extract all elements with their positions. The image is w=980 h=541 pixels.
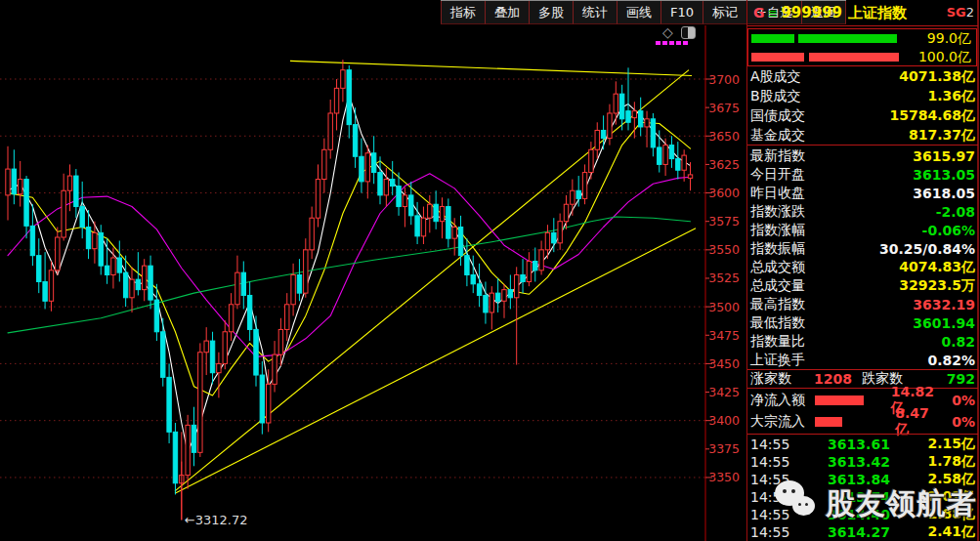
quote-row: 昨日收盘3618.05: [747, 184, 978, 202]
quote-row-label: 指数涨幅: [750, 222, 805, 239]
money-flow-section: 净流入额14.82亿0%大宗流入8.47亿0%: [747, 390, 978, 433]
y-axis-label: 3550: [708, 242, 740, 257]
y-axis-label: 3375: [708, 441, 740, 456]
turnover-row: B股成交1.36亿: [747, 87, 978, 106]
tick-row[interactable]: 14:553614.401.88亿: [747, 506, 978, 523]
turnover-row-value: 4071.38亿: [899, 68, 975, 86]
quote-row-label: 总成交量: [750, 277, 805, 295]
toolbar-button-标记[interactable]: 标记: [703, 1, 746, 24]
kline-chart[interactable]: 3700367536503625360035753550352535003475…: [0, 24, 746, 541]
toolbar-button-叠加[interactable]: 叠加: [485, 1, 529, 24]
tick-row[interactable]: 14:553614.272.41亿: [747, 523, 978, 541]
turnover-row-label: 国债成交: [750, 107, 805, 125]
y-axis-label: 3475: [708, 328, 740, 343]
quote-row-value: 3632.19: [913, 297, 975, 312]
quote-row: 指数涨幅-0.06%: [747, 221, 978, 239]
tick-amount: 1.78亿: [911, 453, 975, 471]
turnover-row-label: B股成交: [750, 88, 801, 105]
quote-row-value: 0.82: [941, 334, 975, 350]
kline-canvas[interactable]: 3700367536503625360035753550352535003475…: [0, 24, 746, 541]
tick-row[interactable]: 14:553613.421.78亿: [747, 453, 978, 471]
quote-row-label: 指数涨跌: [750, 203, 805, 221]
buy-volume-bar: 99.0亿: [748, 29, 976, 48]
tick-price: 3614.40: [807, 507, 911, 522]
toolbar-button-画线[interactable]: 画线: [617, 1, 660, 24]
tick-time: 14:55: [750, 472, 807, 487]
tick-price: 3613.84: [807, 472, 911, 487]
quote-row: 总成交额4074.83亿: [747, 258, 978, 276]
tick-price: 3613.61: [807, 437, 911, 452]
tick-price: 3613.42: [807, 454, 911, 470]
toolbar-button-指标[interactable]: 指标: [441, 1, 485, 24]
tick-amount: 1.88亿: [911, 506, 975, 523]
quote-row-label: 最新指数: [750, 147, 805, 165]
quote-panel: 99.0亿 100.0亿 A股成交4071.38亿B股成交1.36亿国债成交15…: [747, 0, 978, 541]
tick-row[interactable]: 14:553613.612.15亿: [747, 436, 978, 453]
quote-row-value: 32923.5万: [899, 277, 975, 295]
y-axis-label: 3425: [708, 385, 740, 399]
tick-row[interactable]: 14:553613.742.02亿: [747, 488, 978, 506]
quote-row-value: 4074.83亿: [899, 259, 975, 276]
toolbar-button-统计[interactable]: 统计: [573, 1, 617, 24]
breadth-section: 涨家数 1208 跌家数 792: [747, 370, 978, 388]
turnover-row-value: 817.37亿: [909, 127, 975, 145]
turnover-row-label: A股成交: [750, 68, 801, 86]
diamond-marker-icon[interactable]: ◇: [662, 24, 673, 40]
split-view-icon[interactable]: [681, 26, 696, 39]
flow-row: 大宗流入8.47亿0%: [747, 411, 978, 433]
time-sales-section: 14:553613.612.15亿14:553613.421.78亿14:553…: [747, 436, 978, 541]
quote-row: 最低指数3601.94: [747, 313, 978, 332]
tick-amount: 2.58亿: [911, 471, 975, 488]
buy-sell-volume-box: 99.0亿 100.0亿: [747, 28, 977, 66]
tick-time: 14:55: [750, 524, 807, 540]
quote-row-value: 0.82%: [927, 353, 975, 368]
flow-percent: 0%: [943, 393, 975, 408]
drawing-dash-marks: [656, 41, 688, 45]
volume-bar-segment: [798, 34, 897, 43]
quote-row-label: 最低指数: [750, 314, 805, 332]
quote-row-value: -2.08: [936, 204, 975, 220]
turnover-section: A股成交4071.38亿B股成交1.36亿国债成交15784.68亿基金成交81…: [747, 67, 978, 146]
breadth-row: 涨家数 1208 跌家数 792: [747, 370, 978, 388]
tick-amount: 2.41亿: [911, 523, 975, 541]
flow-percent: 0%: [941, 414, 975, 430]
quote-row: 最高指数3632.19: [747, 295, 978, 313]
quote-row: 指数涨跌-2.08: [747, 202, 978, 221]
toolbar-button-多股[interactable]: 多股: [529, 1, 573, 24]
y-axis-label: 3350: [708, 470, 740, 484]
quote-row-label: 指数振幅: [750, 240, 805, 258]
flow-bar: [815, 417, 895, 427]
tick-time: 14:55: [750, 489, 807, 505]
quote-row: 最新指数3615.97: [747, 146, 978, 165]
quote-row-label: 昨日收盘: [750, 185, 805, 202]
quote-row-label: 今日开盘: [750, 166, 805, 184]
turnover-row: 基金成交817.37亿: [747, 126, 978, 146]
toolbar-button-F10[interactable]: F10: [660, 1, 703, 24]
quote-row-label: 上证换手: [750, 352, 805, 369]
quote-row: 总成交量32923.5万: [747, 276, 978, 295]
flow-label: 净流入额: [750, 392, 805, 409]
quote-row: 指数振幅30.25/0.84%: [747, 239, 978, 258]
quote-row-label: 指数量比: [750, 333, 805, 351]
volume-bar-segment: [751, 53, 804, 62]
advancers-count: 1208: [791, 371, 852, 387]
quote-row-value: 3615.97: [913, 148, 975, 164]
y-axis-label: 3575: [708, 214, 740, 229]
quote-row: 上证换手0.82%: [747, 351, 978, 369]
tick-amount: 2.02亿: [911, 488, 975, 506]
turnover-row: 国债成交15784.68亿: [747, 106, 978, 126]
tick-price: 3614.27: [807, 524, 911, 540]
sell-volume-bar: 100.0亿: [748, 48, 976, 66]
tick-time: 14:55: [750, 507, 807, 522]
tick-row[interactable]: 14:553613.842.58亿: [747, 471, 978, 488]
quote-row-value: 3618.05: [913, 186, 975, 201]
tick-time: 14:55: [750, 454, 807, 470]
y-axis-label: 3450: [708, 356, 740, 371]
quote-row-value: 30.25/0.84%: [879, 241, 975, 257]
y-axis-label: 3500: [708, 300, 740, 314]
quote-row-label: 总成交额: [750, 259, 805, 276]
flow-bar: [815, 395, 891, 405]
turnover-row: A股成交4071.38亿: [747, 67, 978, 87]
flow-label: 大宗流入: [750, 413, 805, 431]
flow-row: 净流入额14.82亿0%: [747, 390, 978, 411]
